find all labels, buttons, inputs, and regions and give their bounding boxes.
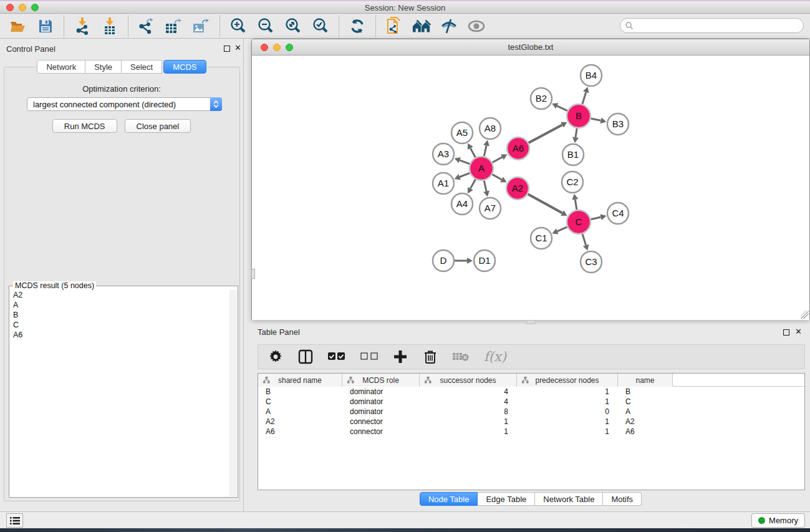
graph-node-A6[interactable]: A6 bbox=[507, 137, 529, 160]
refresh-icon[interactable] bbox=[348, 17, 367, 36]
result-list-item[interactable]: A6 bbox=[10, 330, 229, 340]
column-header-predecessor-nodes[interactable]: predecessor nodes bbox=[517, 374, 618, 387]
edge-C-C3[interactable] bbox=[582, 234, 586, 245]
close-table-panel-icon[interactable]: ✕ bbox=[795, 327, 802, 336]
tab-select[interactable]: Select bbox=[122, 60, 162, 74]
column-layout-icon[interactable] bbox=[298, 349, 313, 365]
close-panel-button[interactable]: Close panel bbox=[125, 119, 191, 133]
memory-button[interactable]: Memory bbox=[751, 513, 805, 528]
edge-C-C4[interactable] bbox=[591, 217, 601, 220]
export-image-icon[interactable] bbox=[192, 17, 211, 36]
edge-C-C2[interactable] bbox=[575, 200, 577, 210]
table-cell[interactable]: 1 bbox=[517, 387, 618, 397]
result-list-item[interactable]: A bbox=[10, 300, 229, 310]
edge-B-B1[interactable] bbox=[576, 128, 577, 137]
table-cell[interactable]: dominator bbox=[342, 397, 420, 407]
graph-node-C1[interactable]: C1 bbox=[531, 228, 552, 249]
splitter-handle[interactable] bbox=[251, 269, 255, 279]
table-cell[interactable]: 8 bbox=[420, 407, 517, 417]
result-list-item[interactable]: B bbox=[10, 310, 229, 320]
run-mcds-button[interactable]: Run MCDS bbox=[52, 119, 117, 133]
edge-A-A3[interactable] bbox=[460, 160, 470, 164]
add-icon[interactable] bbox=[393, 349, 408, 365]
horizontal-splitter-handle[interactable] bbox=[526, 320, 536, 324]
column-header-MCDS-role[interactable]: MCDS role bbox=[342, 374, 420, 387]
table-cell[interactable]: A2 bbox=[618, 417, 673, 427]
graph-node-C4[interactable]: C4 bbox=[607, 203, 629, 224]
float-table-panel-icon[interactable] bbox=[783, 329, 789, 336]
gear-icon[interactable] bbox=[268, 349, 283, 365]
edge-A-A6[interactable] bbox=[493, 157, 503, 163]
column-header-successor-nodes[interactable]: successor nodes bbox=[420, 374, 517, 387]
graph-node-A3[interactable]: A3 bbox=[433, 143, 454, 165]
tab-node-table[interactable]: Node Table bbox=[420, 492, 478, 506]
zoom-fit-icon[interactable] bbox=[284, 17, 302, 36]
network-graph[interactable]: B4B2BB3A5A8A6B1A3AC2A1A2A4A7C4CC1C3DD1 bbox=[252, 56, 809, 320]
column-header-name[interactable]: name bbox=[618, 374, 673, 387]
graph-node-A4[interactable]: A4 bbox=[451, 193, 473, 215]
table-row[interactable]: Bdominator41B bbox=[258, 387, 804, 397]
function-builder-icon[interactable]: f(x) bbox=[484, 349, 506, 364]
first-neighbors-icon[interactable] bbox=[412, 17, 431, 36]
table-cell[interactable]: dominator bbox=[342, 387, 420, 397]
select-all-columns-icon[interactable] bbox=[328, 349, 345, 365]
graph-node-A7[interactable]: A7 bbox=[480, 198, 501, 219]
network-canvas[interactable]: B4B2BB3A5A8A6B1A3AC2A1A2A4A7C4CC1C3DD1 bbox=[252, 56, 809, 320]
table-cell[interactable]: dominator bbox=[342, 407, 420, 417]
table-cell[interactable]: 1 bbox=[420, 427, 517, 437]
float-panel-icon[interactable] bbox=[224, 46, 230, 52]
result-scrollbar[interactable] bbox=[229, 290, 237, 496]
export-network-icon[interactable] bbox=[137, 17, 156, 36]
task-history-button[interactable] bbox=[6, 513, 23, 528]
table-cell[interactable]: 4 bbox=[420, 397, 517, 407]
result-list-item[interactable]: C bbox=[10, 320, 229, 330]
table-row[interactable]: A6connector11A6 bbox=[258, 427, 804, 437]
hide-selected-icon[interactable] bbox=[440, 17, 458, 36]
delete-icon[interactable] bbox=[423, 349, 438, 365]
graph-node-A[interactable]: A bbox=[470, 157, 493, 180]
delete-table-icon[interactable] bbox=[453, 349, 469, 365]
tab-mcds[interactable]: MCDS bbox=[163, 60, 206, 74]
tab-style[interactable]: Style bbox=[85, 60, 122, 74]
edge-A-A4[interactable] bbox=[470, 180, 475, 189]
edge-A-A2[interactable] bbox=[493, 175, 502, 180]
import-network-icon[interactable] bbox=[73, 17, 92, 36]
search-input[interactable] bbox=[636, 20, 803, 31]
graph-node-A2[interactable]: A2 bbox=[506, 177, 529, 200]
column-header-shared-name[interactable]: shared name bbox=[258, 374, 342, 387]
zoom-out-icon[interactable] bbox=[256, 17, 275, 36]
table-row[interactable]: Adominator80A bbox=[258, 407, 804, 417]
edge-B-B3[interactable] bbox=[591, 118, 601, 120]
graph-node-A5[interactable]: A5 bbox=[451, 122, 473, 143]
window-resize-grip[interactable] bbox=[801, 311, 809, 319]
edge-A-A1[interactable] bbox=[460, 173, 470, 177]
graph-node-C2[interactable]: C2 bbox=[562, 172, 583, 193]
table-row[interactable]: Cdominator41C bbox=[258, 397, 804, 407]
network-window-titlebar[interactable]: testGlobe.txt bbox=[252, 39, 809, 56]
table-cell[interactable]: 1 bbox=[517, 417, 618, 427]
graph-node-B2[interactable]: B2 bbox=[531, 88, 552, 109]
table-cell[interactable]: C bbox=[618, 397, 673, 407]
graph-node-D1[interactable]: D1 bbox=[474, 250, 495, 271]
table-cell[interactable]: B bbox=[258, 387, 342, 397]
table-cell[interactable]: A6 bbox=[258, 427, 342, 437]
save-session-icon[interactable] bbox=[36, 17, 55, 36]
edge-A6-B[interactable] bbox=[529, 125, 562, 143]
unselect-all-columns-icon[interactable] bbox=[360, 349, 378, 365]
edge-B-B4[interactable] bbox=[582, 92, 586, 104]
open-file-icon[interactable] bbox=[9, 17, 27, 36]
edge-A-A5[interactable] bbox=[470, 148, 475, 158]
zoom-selected-icon[interactable] bbox=[311, 17, 330, 36]
table-cell[interactable]: A bbox=[618, 407, 673, 417]
criterion-dropdown[interactable]: largest connected component (directed) bbox=[27, 97, 222, 111]
tab-edge-table[interactable]: Edge Table bbox=[478, 492, 535, 506]
table-cell[interactable]: 0 bbox=[517, 407, 618, 417]
show-all-icon[interactable] bbox=[467, 17, 486, 36]
tab-motifs[interactable]: Motifs bbox=[603, 492, 642, 506]
graph-node-B4[interactable]: B4 bbox=[581, 65, 602, 86]
edge-A-A8[interactable] bbox=[484, 145, 486, 156]
table-cell[interactable]: 1 bbox=[420, 417, 517, 427]
result-list-item[interactable]: A2 bbox=[10, 290, 229, 300]
tab-network-table[interactable]: Network Table bbox=[535, 492, 603, 506]
table-cell[interactable]: 4 bbox=[420, 387, 517, 397]
